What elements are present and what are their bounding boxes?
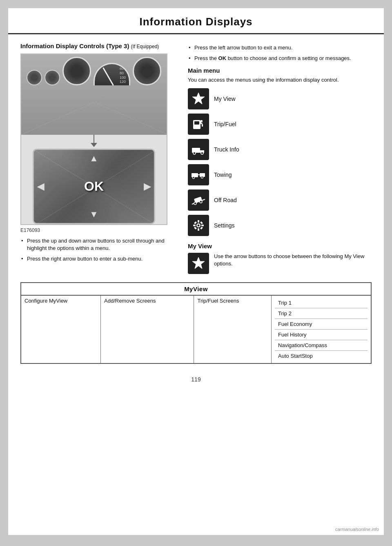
page-header: Information Displays — [8, 8, 384, 34]
my-view-desc: Use the arrow buttons to choose between … — [214, 253, 372, 268]
gauge-small-2 — [45, 70, 60, 85]
my-view-star-icon — [188, 253, 209, 274]
menu-item-my-view: My View — [188, 88, 372, 109]
svg-line-4 — [70, 102, 95, 135]
off-road-label: Off Road — [214, 197, 237, 203]
svg-rect-32 — [198, 228, 199, 231]
perspective-lines — [21, 94, 167, 135]
right-bullet-1: Press the left arrow button to exit a me… — [188, 44, 372, 51]
speed-numbers: 6080100120 — [120, 67, 126, 84]
svg-point-27 — [194, 202, 196, 205]
main-menu-desc: You can access the menus using the infor… — [188, 76, 372, 84]
truck-icon — [191, 142, 206, 157]
svg-rect-14 — [202, 124, 203, 127]
menu-item-towing: Towing — [188, 164, 372, 185]
svg-rect-36 — [200, 227, 203, 230]
svg-point-15 — [201, 122, 203, 123]
truck-info-label: Truck Info — [214, 146, 239, 153]
bullet-1: Press the up and down arrow buttons to s… — [20, 237, 176, 252]
my-view-star-svg — [191, 256, 206, 271]
my-view-title: My View — [188, 243, 372, 250]
myview-table: MyView Configure MyView Add/Remove Scree… — [20, 282, 372, 364]
main-menu-title: Main menu — [188, 67, 372, 74]
table-col-headers: Configure MyView Add/Remove Screens Trip… — [21, 295, 371, 363]
ok-control-box: ▲ ▼ ◀ ▶ OK — [33, 149, 155, 224]
svg-rect-37 — [194, 227, 197, 230]
needle — [102, 67, 114, 86]
watermark: carmanualsonline.info — [335, 527, 379, 532]
right-bullets: Press the left arrow button to exit a me… — [188, 44, 372, 62]
nav-arrow-up-icon: ▲ — [89, 153, 98, 164]
section-heading: Information Display Controls (Type 3) (I… — [20, 42, 176, 49]
settings-icon-box — [188, 215, 209, 236]
svg-point-30 — [198, 224, 200, 226]
towing-icon — [191, 167, 206, 182]
offroad-icon — [191, 193, 206, 207]
content-area: Information Display Controls (Type 3) (I… — [8, 34, 384, 282]
gear-icon — [191, 218, 206, 233]
table-main-header: MyView — [21, 283, 371, 295]
svg-point-19 — [201, 152, 203, 154]
svg-point-23 — [193, 176, 195, 178]
table-row: Fuel History — [275, 330, 368, 340]
towing-icon-box — [188, 164, 209, 185]
svg-rect-31 — [198, 220, 199, 223]
svg-rect-35 — [194, 221, 197, 224]
star-icon — [191, 91, 206, 106]
svg-line-9 — [95, 187, 155, 224]
menu-item-settings: Settings — [188, 215, 372, 236]
nav-arrow-left-icon: ◀ — [37, 181, 44, 192]
table-row: Auto StartStop — [275, 351, 368, 361]
svg-line-1 — [95, 102, 167, 135]
settings-label: Settings — [214, 222, 235, 229]
off-road-icon-box — [188, 189, 209, 211]
svg-rect-20 — [192, 173, 198, 177]
svg-line-2 — [46, 102, 95, 135]
col1-header: Configure MyView — [21, 295, 101, 363]
my-view-icon — [188, 88, 209, 109]
diagram-caption: E176093 — [20, 227, 176, 233]
fuel-icon — [191, 117, 206, 131]
svg-marker-39 — [192, 257, 205, 269]
ok-label: OK — [84, 179, 104, 194]
svg-line-5 — [95, 102, 119, 135]
towing-label: Towing — [214, 172, 232, 178]
table-row: Navigation/Compass — [275, 340, 368, 351]
svg-rect-33 — [193, 225, 196, 226]
gauge-right — [133, 57, 161, 85]
dashboard-diagram: 6080100120 — [20, 53, 167, 225]
dashboard-top: 6080100120 — [21, 54, 167, 135]
gauge-large — [62, 57, 91, 85]
svg-point-24 — [201, 176, 203, 178]
menu-item-off-road: Off Road — [188, 189, 372, 211]
nav-arrow-down-icon: ▼ — [89, 209, 98, 220]
page-title: Information Displays — [8, 16, 384, 28]
page-wrapper: Information Displays Information Display… — [8, 8, 384, 535]
svg-rect-21 — [198, 174, 200, 175]
svg-line-0 — [21, 102, 95, 135]
col3-header: Trip/Fuel Screens — [194, 295, 272, 363]
page-number: 119 — [8, 372, 384, 384]
svg-point-18 — [193, 152, 196, 154]
col4-cells: Trip 1 Trip 2 Fuel Economy Fuel History … — [272, 295, 371, 363]
speedometer: 6080100120 — [94, 63, 130, 85]
my-view-icon-row: Use the arrow buttons to choose between … — [188, 253, 372, 274]
menu-item-trip-fuel: Trip/Fuel — [188, 114, 372, 135]
svg-rect-12 — [194, 121, 199, 125]
trip-fuel-label: Trip/Fuel — [214, 121, 236, 127]
my-view-section: My View Use the arrow buttons to choose … — [188, 243, 372, 274]
truck-info-icon — [188, 139, 209, 160]
table-row: Fuel Economy — [275, 319, 368, 330]
left-bullets: Press the up and down arrow buttons to s… — [20, 237, 176, 263]
connecting-line — [94, 135, 94, 143]
table-row: Trip 2 — [275, 308, 368, 319]
menu-item-truck-info: Truck Info — [188, 139, 372, 160]
table-header-row: MyView — [21, 283, 371, 295]
svg-marker-10 — [192, 93, 205, 104]
trip-fuel-icon — [188, 114, 209, 135]
svg-rect-38 — [200, 221, 203, 224]
svg-line-3 — [95, 102, 144, 135]
table-section: MyView Configure MyView Add/Remove Scree… — [8, 282, 384, 372]
svg-rect-16 — [192, 148, 200, 153]
bullet-2: Press the right arrow button to enter a … — [20, 255, 176, 263]
